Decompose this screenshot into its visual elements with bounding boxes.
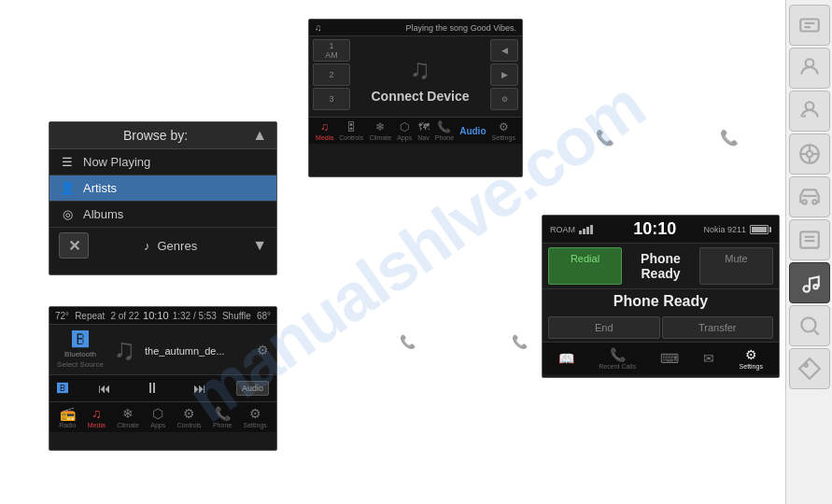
connect-btn-1am[interactable]: 1AM bbox=[313, 39, 350, 62]
phone-nav-keypad[interactable]: ⌨ bbox=[660, 351, 679, 366]
car-icon bbox=[797, 185, 822, 209]
nav-media[interactable]: ♫ Media bbox=[88, 406, 106, 428]
sidebar-btn-8[interactable] bbox=[789, 305, 830, 346]
phone-bottom-bar: 📖 📞 Recent Calls ⌨ ✉ ⚙ Settings bbox=[543, 342, 779, 374]
music-source: 🅱 Bluetooth Select Source bbox=[57, 330, 104, 369]
music-active-icon bbox=[797, 271, 822, 295]
svg-point-18 bbox=[804, 364, 807, 367]
nav-settings[interactable]: ⚙ Settings bbox=[244, 406, 267, 428]
scatter-phone-icon-2: 📞 bbox=[720, 129, 739, 147]
controls-label: Controls bbox=[177, 422, 202, 428]
phone-name: Nokia 9211 bbox=[703, 225, 746, 234]
settings-label: Settings bbox=[244, 422, 267, 428]
roam-label: ROAM bbox=[550, 225, 575, 234]
album-icon: ◎ bbox=[59, 207, 76, 221]
phone-status-label: Phone Ready bbox=[624, 247, 698, 285]
messages-icon: ✉ bbox=[703, 351, 714, 366]
scatter-phone-icon-1: 📞 bbox=[596, 129, 614, 147]
radio-icon: 📻 bbox=[60, 406, 76, 421]
recent-calls-label: Recent Calls bbox=[599, 363, 636, 370]
connect-media-label: Media bbox=[316, 134, 333, 141]
connect-apps-label: Apps bbox=[397, 134, 412, 141]
connect-nav-phone[interactable]: 📞 Phone bbox=[435, 120, 454, 141]
track-duration: 1:32 / 5:53 bbox=[173, 311, 217, 321]
nav-phone[interactable]: 📞 Phone bbox=[213, 406, 232, 428]
browse-item-label: Now Playing bbox=[83, 155, 150, 169]
select-source-label[interactable]: Select Source bbox=[57, 360, 104, 369]
connect-left-buttons: 1AM 2 3 bbox=[313, 39, 350, 114]
browse-item-albums[interactable]: ◎ Albums bbox=[49, 202, 276, 228]
keypad-icon: ⌨ bbox=[660, 351, 679, 366]
connect-btn-3[interactable]: 3 bbox=[313, 88, 350, 110]
audio-button[interactable]: Audio bbox=[236, 381, 269, 396]
browse-item-now-playing[interactable]: ☰ Now Playing bbox=[49, 149, 276, 175]
sidebar-btn-2[interactable] bbox=[789, 48, 830, 89]
prev-track-button[interactable]: ⏮ bbox=[94, 379, 115, 398]
nav-climate[interactable]: ❄ Climate bbox=[117, 406, 139, 428]
sidebar-btn-7[interactable] bbox=[789, 262, 830, 303]
connect-nav-nav[interactable]: 🗺 Nav bbox=[417, 120, 429, 141]
phone-settings-label: Settings bbox=[740, 363, 763, 370]
svg-point-4 bbox=[806, 151, 812, 158]
close-icon: ✕ bbox=[68, 237, 80, 255]
sidebar-btn-9[interactable] bbox=[789, 348, 830, 389]
music-top-bar: 72° Repeat 2 of 22 10:10 1:32 / 5:53 Shu… bbox=[49, 307, 276, 325]
battery-body bbox=[750, 225, 769, 234]
redial-button[interactable]: Redial bbox=[548, 247, 622, 285]
connect-audio-label: Audio bbox=[459, 126, 486, 136]
browse-item-artists[interactable]: 👤 Artists bbox=[49, 175, 276, 202]
connect-panel: ♫ Playing the song Good Vibes. 1AM 2 3 ♫… bbox=[308, 19, 523, 177]
connect-btn-r3[interactable]: ⚙ bbox=[490, 88, 518, 110]
connect-nav-apps[interactable]: ⬡ Apps bbox=[397, 120, 412, 141]
nav-controls[interactable]: ⚙ Controls bbox=[177, 406, 202, 428]
connect-nav-settings[interactable]: ⚙ Settings bbox=[492, 120, 515, 141]
sidebar-btn-6[interactable] bbox=[789, 219, 830, 260]
music-settings-button[interactable]: ⚙ bbox=[257, 343, 269, 357]
phone-ready-text: Phone Ready bbox=[613, 293, 708, 309]
phone-top-bar: ROAM 10:10 Nokia 9211 bbox=[543, 216, 779, 244]
next-track-button[interactable]: ⏭ bbox=[190, 379, 210, 398]
svg-rect-0 bbox=[800, 20, 819, 32]
playing-status-icon: ♫ bbox=[315, 22, 322, 33]
browse-arrow-up-icon: ▲ bbox=[252, 127, 267, 144]
person-car-icon bbox=[797, 56, 822, 80]
connect-nav-climate[interactable]: ❄ Climate bbox=[369, 120, 391, 141]
connect-nav-controls[interactable]: 🎛 Controls bbox=[339, 120, 363, 141]
transfer-button[interactable]: Transfer bbox=[662, 316, 774, 339]
sidebar-btn-5[interactable] bbox=[789, 176, 830, 217]
mute-button[interactable]: Mute bbox=[699, 247, 773, 285]
svg-point-9 bbox=[802, 200, 806, 203]
connect-btn-2[interactable]: 2 bbox=[313, 63, 350, 86]
phone-nav-messages[interactable]: ✉ bbox=[703, 351, 714, 366]
connect-nav-label: Nav bbox=[417, 134, 429, 141]
signal-bar-2 bbox=[583, 229, 585, 234]
connect-btn-r2[interactable]: ▶ bbox=[490, 63, 518, 86]
battery-tip bbox=[769, 227, 771, 232]
connect-btn-r1[interactable]: ◀ bbox=[490, 39, 518, 62]
phone-nav-settings[interactable]: ⚙ Settings bbox=[740, 347, 763, 370]
phone-nav-recent-calls[interactable]: 📞 Recent Calls bbox=[599, 347, 636, 370]
tag-icon bbox=[797, 357, 822, 381]
end-button[interactable]: End bbox=[548, 316, 660, 339]
nav-radio[interactable]: 📻 Radio bbox=[59, 406, 76, 428]
phone-buttons-row: Redial Phone Ready Mute bbox=[543, 244, 779, 289]
nav-apps[interactable]: ⬡ Apps bbox=[150, 406, 165, 428]
play-pause-button[interactable]: ⏸ bbox=[141, 378, 163, 399]
phone-status-left: ROAM bbox=[550, 225, 606, 234]
sidebar-btn-3[interactable] bbox=[789, 91, 830, 132]
music-note-icon: ♫ bbox=[113, 332, 135, 367]
browse-items-list: ☰ Now Playing 👤 Artists ◎ Albums bbox=[49, 149, 276, 228]
connect-apps-icon: ⬡ bbox=[400, 120, 409, 133]
person-icon: 👤 bbox=[59, 181, 76, 195]
temp-right: 68° bbox=[257, 311, 271, 321]
phone-nav-book[interactable]: 📖 bbox=[558, 351, 574, 366]
connect-grid-area: 1AM 2 3 ♫ Connect Device ◀ ▶ ⚙ bbox=[309, 36, 522, 117]
sidebar-btn-1[interactable] bbox=[789, 5, 830, 46]
connect-settings-label: Settings bbox=[492, 134, 515, 141]
sidebar-btn-4[interactable] bbox=[789, 133, 830, 175]
browse-close-button[interactable]: ✕ bbox=[59, 232, 89, 259]
connect-title: Connect Device bbox=[371, 89, 469, 104]
connect-nav-media[interactable]: ♫ Media bbox=[316, 120, 333, 141]
browse-item-label: Albums bbox=[83, 207, 123, 221]
book-icon: 📖 bbox=[558, 351, 574, 366]
